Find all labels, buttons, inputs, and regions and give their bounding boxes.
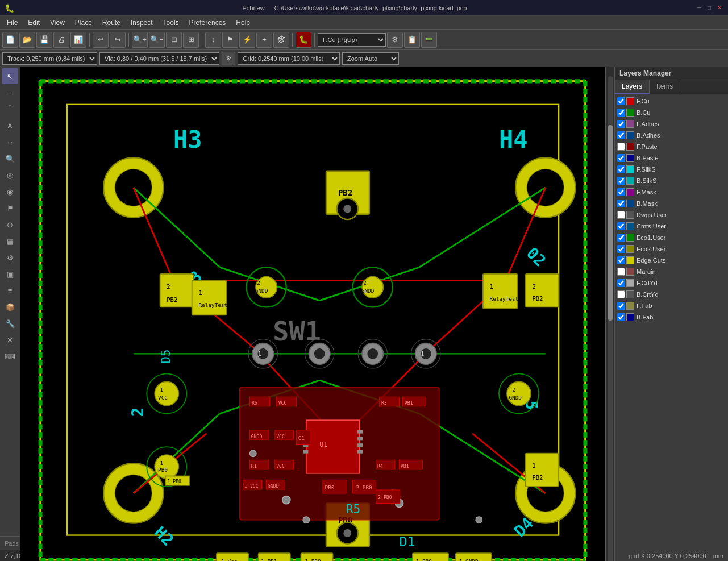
via-select[interactable]: Via: 0,80 / 0,40 mm (31,5 / 15,7 mils) bbox=[99, 52, 219, 65]
layer-item-f-mask[interactable]: F.Mask bbox=[615, 186, 728, 198]
drc-left-button[interactable]: ⚑ bbox=[2, 200, 18, 216]
scripting-button[interactable]: ⌨ bbox=[2, 348, 18, 364]
layer-item-cmts-user[interactable]: Cmts.User bbox=[615, 221, 728, 232]
layer-item-dwgs-user[interactable]: Dwgs.User bbox=[615, 209, 728, 221]
layer-item-f-cu[interactable]: F.Cu bbox=[615, 95, 728, 107]
drc-button-2[interactable]: 🐛 bbox=[296, 32, 311, 48]
zoom-in-button[interactable]: 🔍+ bbox=[132, 32, 148, 48]
menu-item-edit[interactable]: Edit bbox=[23, 18, 44, 28]
grid-select[interactable]: Grid: 0,2540 mm (10,00 mils) bbox=[238, 52, 340, 65]
menu-item-tools[interactable]: Tools bbox=[159, 18, 184, 28]
layer-checkbox-f-paste[interactable] bbox=[617, 143, 625, 151]
layer-item-eco1-user[interactable]: Eco1.User bbox=[615, 232, 728, 243]
menu-item-inspect[interactable]: Inspect bbox=[126, 18, 157, 28]
v-scroll-thumb[interactable] bbox=[608, 125, 613, 321]
pcb-canvas-area[interactable]: H3 H4 PB2 bbox=[20, 67, 605, 561]
save-button[interactable]: 💾 bbox=[36, 32, 52, 48]
layer-checkbox-b-paste[interactable] bbox=[617, 154, 625, 162]
add-text-button[interactable]: A bbox=[2, 118, 18, 134]
add-via-button[interactable]: ⊙ bbox=[2, 217, 18, 232]
layer-checkbox-b-crtyd[interactable] bbox=[617, 290, 625, 298]
layer-item-margin[interactable]: Margin bbox=[615, 266, 728, 277]
zoom-in-left-button[interactable]: 🔍 bbox=[2, 151, 18, 167]
layer-item-b-paste[interactable]: B.Paste bbox=[615, 152, 728, 164]
zoom-select[interactable]: Zoom Auto bbox=[342, 52, 399, 65]
select-tool-button[interactable]: ↖ bbox=[2, 68, 18, 84]
scripting-console-button[interactable]: 📟 bbox=[421, 32, 437, 48]
layer-checkbox-eco1-user[interactable] bbox=[617, 234, 625, 242]
settings-button[interactable]: ⚙ bbox=[387, 32, 403, 48]
track-settings-button[interactable]: ⚙ bbox=[222, 52, 235, 65]
redo-button[interactable]: ↪ bbox=[110, 32, 126, 48]
undo-button[interactable]: ↩ bbox=[93, 32, 109, 48]
layer-settings-button[interactable]: 🔧 bbox=[2, 315, 18, 331]
footprint-browser-button[interactable]: 📦 bbox=[2, 299, 18, 315]
layer-checkbox-b-silks[interactable] bbox=[617, 177, 625, 185]
layer-checkbox-eco2-user[interactable] bbox=[617, 245, 625, 253]
manage-footprints-button[interactable]: 📋 bbox=[404, 32, 420, 48]
layer-item-edge-cuts[interactable]: Edge.Cuts bbox=[615, 255, 728, 266]
inspect-tool-button[interactable]: ◎ bbox=[2, 167, 18, 183]
tab-layers[interactable]: Layers bbox=[615, 80, 650, 94]
open-button[interactable]: 📂 bbox=[19, 32, 35, 48]
layer-checkbox-b-mask[interactable] bbox=[617, 200, 625, 207]
layer-item-eco2-user[interactable]: Eco2.User bbox=[615, 243, 728, 255]
layer-checkbox-f-adhes[interactable] bbox=[617, 120, 625, 128]
layer-select[interactable]: F.Cu (PgUp) bbox=[318, 33, 386, 47]
layer-checkbox-margin[interactable] bbox=[617, 268, 625, 276]
layer-checkbox-f-cu[interactable] bbox=[617, 97, 625, 105]
layer-item-f-paste[interactable]: F.Paste bbox=[615, 141, 728, 152]
layer-item-b-crtyd[interactable]: B.CrtYd bbox=[615, 289, 728, 300]
add-arc-button[interactable]: ⌒ bbox=[2, 101, 18, 117]
pcb-setup-button[interactable]: ⚙ bbox=[2, 250, 18, 265]
layer-item-f-silks[interactable]: F.SilkS bbox=[615, 164, 728, 175]
delete-button[interactable]: ✕ bbox=[2, 332, 18, 348]
fill-zones-button[interactable]: ▦ bbox=[2, 233, 18, 249]
3d-view-button[interactable]: ▣ bbox=[2, 266, 18, 282]
layer-checkbox-b-adhes[interactable] bbox=[617, 131, 625, 139]
zoom-fit-button[interactable]: ⊡ bbox=[166, 32, 182, 48]
track-width-select[interactable]: Track: 0,250 mm (9,84 mils) bbox=[2, 52, 97, 65]
menu-item-place[interactable]: Place bbox=[70, 18, 97, 28]
layer-checkbox-edge-cuts[interactable] bbox=[617, 256, 625, 264]
tab-items[interactable]: Items bbox=[650, 80, 680, 94]
measure-button[interactable]: ↔ bbox=[2, 134, 18, 150]
menu-item-route[interactable]: Route bbox=[98, 18, 125, 28]
menu-item-file[interactable]: File bbox=[2, 18, 22, 28]
layer-item-f-adhes[interactable]: F.Adhes bbox=[615, 118, 728, 130]
layer-checkbox-f-fab[interactable] bbox=[617, 302, 625, 310]
update-netlist-button[interactable]: ↕ bbox=[205, 32, 221, 48]
menu-item-preferences[interactable]: Preferences bbox=[185, 18, 231, 28]
highlight-net-button[interactable]: ⚡ bbox=[239, 32, 255, 48]
layer-checkbox-cmts-user[interactable] bbox=[617, 222, 625, 230]
new-board-button[interactable]: 📄 bbox=[2, 32, 18, 48]
close-button[interactable]: ✕ bbox=[715, 4, 723, 12]
maximize-button[interactable]: □ bbox=[705, 4, 713, 12]
layer-item-f-crtyd[interactable]: F.CrtYd bbox=[615, 277, 728, 289]
zoom-area-button[interactable]: ⊞ bbox=[183, 32, 199, 48]
layer-checkbox-f-silks[interactable] bbox=[617, 165, 625, 173]
minimize-button[interactable]: ─ bbox=[695, 4, 703, 12]
layer-item-b-adhes[interactable]: B.Adhes bbox=[615, 130, 728, 141]
layer-checkbox-b-cu[interactable] bbox=[617, 109, 625, 117]
print-button[interactable]: 🖨 bbox=[53, 32, 69, 48]
layer-checkbox-f-crtyd[interactable] bbox=[617, 279, 625, 287]
menu-item-view[interactable]: View bbox=[45, 18, 69, 28]
plot-button[interactable]: 📊 bbox=[70, 32, 86, 48]
layer-item-f-fab[interactable]: F.Fab bbox=[615, 300, 728, 311]
layer-checkbox-f-mask[interactable] bbox=[617, 188, 625, 196]
layer-checkbox-dwgs-user[interactable] bbox=[617, 211, 625, 219]
layer-checkbox-b-fab[interactable] bbox=[617, 313, 625, 321]
route-track-button[interactable]: + bbox=[2, 85, 18, 101]
layer-item-b-mask[interactable]: B.Mask bbox=[615, 198, 728, 209]
add-footprint-button[interactable]: + bbox=[256, 32, 272, 48]
show-ratsnest-button[interactable]: 🕸 bbox=[273, 32, 289, 48]
highlight-button[interactable]: ◉ bbox=[2, 184, 18, 200]
run-drc-button[interactable]: ⚑ bbox=[222, 32, 238, 48]
layer-item-b-silks[interactable]: B.SilkS bbox=[615, 175, 728, 186]
zoom-out-button[interactable]: 🔍− bbox=[149, 32, 165, 48]
layer-item-b-fab[interactable]: B.Fab bbox=[615, 311, 728, 323]
net-inspector-button[interactable]: ≡ bbox=[2, 282, 18, 298]
vertical-scrollbar[interactable] bbox=[605, 67, 614, 561]
menu-item-help[interactable]: Help bbox=[231, 18, 255, 28]
